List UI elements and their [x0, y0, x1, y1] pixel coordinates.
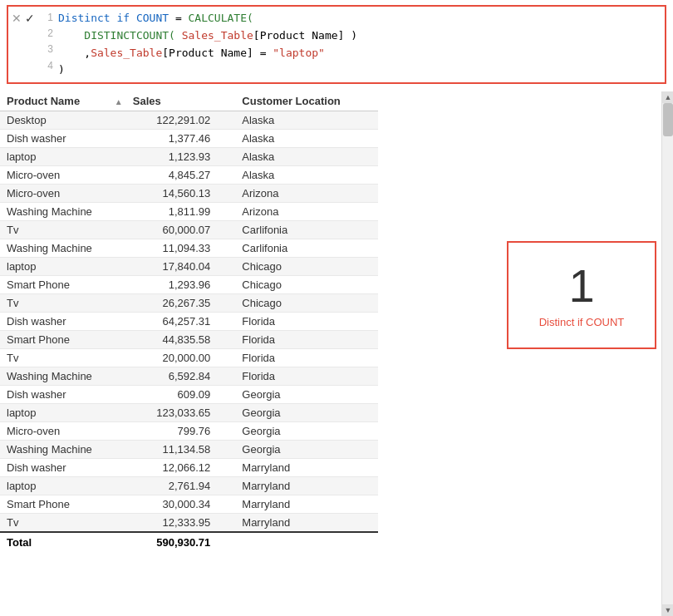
table-cell: Arizona [235, 185, 378, 203]
table-cell: Alaska [235, 111, 378, 130]
table-row: Washing Machine1,811.99Arizona [0, 203, 378, 221]
table-cell: laptop [0, 148, 126, 166]
footer-value: 590,930.71 [126, 532, 236, 552]
table-cell: 26,267.35 [126, 294, 236, 313]
table-cell: Smart Phone [0, 495, 126, 514]
kpi-label: Distinct if COUNT [539, 316, 625, 328]
table-cell: 4,845.27 [126, 166, 236, 185]
table-cell: Marryland [235, 459, 378, 477]
col-header-product[interactable]: Product Name ▲ [0, 91, 126, 111]
table-cell: Florida [235, 349, 378, 367]
table-cell: Dish washer [0, 459, 126, 477]
table-cell: Georgia [235, 386, 378, 404]
table-cell: laptop [0, 477, 126, 495]
table-row: Desktop122,291.02Alaska [0, 111, 378, 130]
table-cell: 123,033.65 [126, 404, 236, 422]
table-row: Washing Machine6,592.84Florida [0, 367, 378, 386]
table-cell: Tv [0, 514, 126, 533]
table-cell: Georgia [235, 422, 378, 441]
formula-bar: ✕ ✓ 1 2 3 4 Distinct if COUNT = CALCULAT… [7, 5, 666, 84]
table-cell: laptop [0, 258, 126, 276]
table-cell: Carlifonia [235, 221, 378, 239]
scroll-track[interactable]: ▲ ▼ [661, 91, 673, 616]
data-table-container: Product Name ▲ Sales Customer Location D… [0, 91, 378, 616]
table-cell: Florida [235, 331, 378, 349]
table-cell: Micro-oven [0, 166, 126, 185]
table-cell: 12,066.12 [126, 459, 236, 477]
table-cell: Washing Machine [0, 441, 126, 459]
formula-code[interactable]: Distinct if COUNT = CALCULATE( DISTINCTC… [58, 10, 661, 79]
table-cell: laptop [0, 404, 126, 422]
table-cell: 17,840.04 [126, 258, 236, 276]
table-row: Smart Phone44,835.58Florida [0, 331, 378, 349]
table-row: Tv26,267.35Chicago [0, 294, 378, 313]
table-cell: Micro-oven [0, 185, 126, 203]
table-cell: 1,811.99 [126, 203, 236, 221]
table-cell: Desktop [0, 111, 126, 130]
cancel-icon[interactable]: ✕ [12, 12, 22, 25]
table-cell: 44,835.58 [126, 331, 236, 349]
scroll-arrow-up[interactable]: ▲ [662, 91, 673, 103]
table-cell: 799.76 [126, 422, 236, 441]
table-row: laptop123,033.65Georgia [0, 404, 378, 422]
table-cell: Dish washer [0, 313, 126, 331]
table-row: Dish washer12,066.12Marryland [0, 459, 378, 477]
table-cell: 609.09 [126, 386, 236, 404]
table-row: Smart Phone30,000.34Marryland [0, 495, 378, 514]
table-row: Micro-oven799.76Georgia [0, 422, 378, 441]
table-row: laptop2,761.94Marryland [0, 477, 378, 495]
footer-empty [235, 532, 378, 552]
table-cell: 11,134.58 [126, 441, 236, 459]
table-row: Dish washer64,257.31Florida [0, 313, 378, 331]
table-cell: Washing Machine [0, 239, 126, 258]
table-row: laptop1,123.93Alaska [0, 148, 378, 166]
data-table: Product Name ▲ Sales Customer Location D… [0, 91, 378, 552]
table-cell: 122,291.02 [126, 111, 236, 130]
table-cell: Florida [235, 367, 378, 386]
table-cell: Washing Machine [0, 203, 126, 221]
table-row: Washing Machine11,094.33Carlifonia [0, 239, 378, 258]
table-row: Washing Machine11,134.58Georgia [0, 441, 378, 459]
table-cell: Georgia [235, 441, 378, 459]
table-row: Micro-oven4,845.27Alaska [0, 166, 378, 185]
table-row: Dish washer609.09Georgia [0, 386, 378, 404]
footer-label: Total [0, 532, 126, 552]
table-cell: 60,000.07 [126, 221, 236, 239]
col-header-location[interactable]: Customer Location [235, 91, 378, 111]
table-cell: 12,333.95 [126, 514, 236, 533]
table-cell: 1,377.46 [126, 130, 236, 148]
table-row: Tv20,000.00Florida [0, 349, 378, 367]
table-row: Tv60,000.07Carlifonia [0, 221, 378, 239]
table-cell: 20,000.00 [126, 349, 236, 367]
table-cell: Carlifonia [235, 239, 378, 258]
table-cell: Tv [0, 221, 126, 239]
scroll-thumb[interactable] [663, 103, 673, 136]
table-row: Micro-oven14,560.13Arizona [0, 185, 378, 203]
confirm-icon[interactable]: ✓ [25, 12, 35, 25]
table-cell: Dish washer [0, 130, 126, 148]
kpi-value: 1 [568, 263, 594, 309]
scroll-arrow-down[interactable]: ▼ [662, 604, 673, 616]
table-cell: Smart Phone [0, 331, 126, 349]
table-cell: 30,000.34 [126, 495, 236, 514]
table-cell: Florida [235, 313, 378, 331]
table-cell: 1,123.93 [126, 148, 236, 166]
table-cell: Washing Machine [0, 367, 126, 386]
table-cell: 2,761.94 [126, 477, 236, 495]
kpi-card: 1 Distinct if COUNT [507, 241, 656, 349]
formula-icons: ✕ ✓ [12, 10, 35, 25]
table-cell: Micro-oven [0, 422, 126, 441]
table-cell: Marryland [235, 514, 378, 533]
table-cell: Alaska [235, 148, 378, 166]
table-row: Dish washer1,377.46Alaska [0, 130, 378, 148]
sort-arrow-product: ▲ [115, 96, 123, 106]
table-cell: Dish washer [0, 386, 126, 404]
table-cell: 1,293.96 [126, 276, 236, 294]
table-cell: 14,560.13 [126, 185, 236, 203]
line-numbers: 1 2 3 4 [42, 10, 53, 74]
table-cell: Alaska [235, 166, 378, 185]
table-cell: Alaska [235, 130, 378, 148]
table-cell: Tv [0, 294, 126, 313]
table-cell: Chicago [235, 294, 378, 313]
col-header-sales[interactable]: Sales [126, 91, 236, 111]
